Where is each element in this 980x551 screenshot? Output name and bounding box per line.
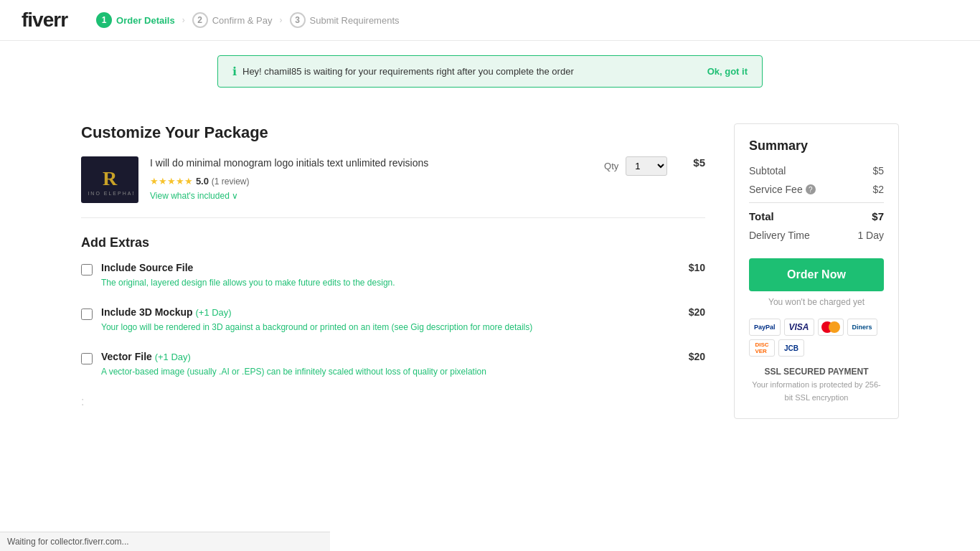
subtotal-label: Subtotal bbox=[749, 165, 786, 176]
product-image: R RHINO ELEPHANT bbox=[81, 156, 138, 203]
service-fee-label: Service Fee bbox=[749, 184, 803, 195]
banner-left: ℹ Hey! chamil85 is waiting for your requ… bbox=[232, 65, 574, 78]
summary-card: Summary Subtotal $5 Service Fee ? $2 Tot… bbox=[734, 123, 899, 419]
step-arrow-2: › bbox=[280, 15, 283, 25]
subtotal-value: $5 bbox=[872, 165, 884, 176]
page-title: Customize Your Package bbox=[81, 123, 705, 142]
order-now-button[interactable]: Order Now bbox=[749, 258, 884, 291]
extra-vector-details: Vector File (+1 Day) A vector-based imag… bbox=[101, 351, 680, 378]
summary-title: Summary bbox=[749, 138, 884, 154]
banner-cta[interactable]: Ok, got it bbox=[707, 66, 748, 77]
delivery-value: 1 Day bbox=[857, 230, 884, 241]
visa-icon: VISA bbox=[784, 319, 814, 336]
service-fee-label-wrapper: Service Fee ? bbox=[749, 184, 816, 195]
view-included-link[interactable]: View what's included ∨ bbox=[150, 191, 238, 201]
qty-select[interactable]: 1 2 3 bbox=[626, 156, 667, 176]
step-1-label: Order Details bbox=[116, 15, 175, 26]
service-fee-info-icon[interactable]: ? bbox=[806, 184, 816, 194]
content-area: Customize Your Package R RHINO ELEPHANT … bbox=[81, 102, 705, 437]
step-arrow-1: › bbox=[182, 15, 185, 25]
step-2-circle: 2 bbox=[192, 12, 208, 28]
product-rating: ★★★★★ 5.0 (1 review) bbox=[150, 175, 593, 187]
mc-right bbox=[829, 321, 840, 333]
product-stars: ★★★★★ bbox=[150, 176, 193, 187]
extra-mockup-tag: (+1 Day) bbox=[195, 307, 231, 318]
svg-text:RHINO ELEPHANT: RHINO ELEPHANT bbox=[87, 191, 133, 196]
product-info: I will do minimal monogram logo initials… bbox=[150, 156, 593, 201]
extras-title: Add Extras bbox=[81, 235, 705, 250]
main-container: Customize Your Package R RHINO ELEPHANT … bbox=[60, 102, 920, 437]
paypal-icon: PayPal bbox=[749, 319, 781, 336]
product-qty-wrapper: Qty 1 2 3 bbox=[604, 156, 667, 176]
step-1-circle: 1 bbox=[96, 12, 112, 28]
product-logo-svg: R RHINO ELEPHANT bbox=[87, 162, 133, 198]
extra-source-details: Include Source File The original, layere… bbox=[101, 262, 680, 289]
delivery-label: Delivery Time bbox=[749, 230, 810, 241]
extra-item-source: Include Source File The original, layere… bbox=[81, 262, 705, 289]
site-header: fiverr 1 Order Details › 2 Confirm & Pay… bbox=[0, 0, 980, 41]
extra-mockup-desc: Your logo will be rendered in 3D against… bbox=[101, 321, 680, 334]
total-label: Total bbox=[749, 210, 774, 222]
extra-mockup-details: Include 3D Mockup (+1 Day) Your logo wil… bbox=[101, 306, 680, 334]
mastercard-icon bbox=[818, 319, 844, 336]
product-title: I will do minimal monogram logo initials… bbox=[150, 156, 593, 171]
product-price: $5 bbox=[693, 156, 705, 169]
extra-source-checkbox[interactable] bbox=[81, 264, 93, 276]
diners-icon: Diners bbox=[847, 319, 877, 336]
sidebar: Summary Subtotal $5 Service Fee ? $2 Tot… bbox=[734, 102, 899, 437]
ssl-info: SSL SECURED PAYMENT Your information is … bbox=[749, 365, 884, 404]
info-banner: ℹ Hey! chamil85 is waiting for your requ… bbox=[217, 55, 763, 88]
product-rating-value: 5.0 bbox=[196, 176, 209, 187]
step-3-label: Submit Requirements bbox=[310, 15, 400, 26]
discover-icon: DISCVER bbox=[749, 339, 775, 357]
total-value: $7 bbox=[872, 210, 884, 222]
extra-vector-desc: A vector-based image (usually .AI or .EP… bbox=[101, 365, 680, 378]
info-icon: ℹ bbox=[232, 65, 237, 78]
qty-label: Qty bbox=[604, 161, 618, 171]
extra-source-desc: The original, layered design file allows… bbox=[101, 276, 680, 289]
service-fee-value: $2 bbox=[872, 184, 884, 195]
fiverr-logo: fiverr bbox=[22, 9, 67, 32]
jcb-icon: JCB bbox=[778, 339, 804, 357]
delivery-row: Delivery Time 1 Day bbox=[749, 230, 884, 241]
ssl-title: SSL SECURED PAYMENT bbox=[749, 365, 884, 379]
extra-mockup-checkbox[interactable] bbox=[81, 309, 93, 320]
subtotal-row: Subtotal $5 bbox=[749, 165, 884, 176]
extra-vector-name: Vector File (+1 Day) bbox=[101, 351, 680, 362]
steps-nav: 1 Order Details › 2 Confirm & Pay › 3 Su… bbox=[96, 12, 399, 28]
svg-text:R: R bbox=[102, 167, 117, 189]
total-row: Total $7 bbox=[749, 202, 884, 222]
step-3: 3 Submit Requirements bbox=[290, 12, 400, 28]
extra-vector-checkbox[interactable] bbox=[81, 353, 93, 364]
banner-message: Hey! chamil85 is waiting for your requir… bbox=[242, 66, 574, 77]
extra-mockup-price: $20 bbox=[689, 306, 705, 318]
step-2: 2 Confirm & Pay bbox=[192, 12, 273, 28]
extra-item-mockup: Include 3D Mockup (+1 Day) Your logo wil… bbox=[81, 306, 705, 334]
page-bottom-dot: : bbox=[81, 395, 705, 408]
product-review-count: (1 review) bbox=[212, 176, 250, 187]
no-charge-text: You won't be charged yet bbox=[749, 297, 884, 307]
extra-vector-tag: (+1 Day) bbox=[155, 352, 191, 362]
step-2-label: Confirm & Pay bbox=[212, 15, 273, 26]
ssl-desc: Your information is protected by 256-bit… bbox=[749, 379, 884, 404]
extra-source-price: $10 bbox=[689, 262, 705, 273]
extra-item-vector: Vector File (+1 Day) A vector-based imag… bbox=[81, 351, 705, 378]
service-fee-row: Service Fee ? $2 bbox=[749, 184, 884, 195]
payment-icons: PayPal VISA Diners DISCVER JCB bbox=[749, 319, 884, 357]
product-row: R RHINO ELEPHANT I will do minimal monog… bbox=[81, 156, 705, 218]
step-1: 1 Order Details bbox=[96, 12, 175, 28]
step-3-circle: 3 bbox=[290, 12, 306, 28]
extra-vector-price: $20 bbox=[689, 351, 705, 362]
extra-source-name: Include Source File bbox=[101, 262, 680, 273]
extra-mockup-name: Include 3D Mockup (+1 Day) bbox=[101, 306, 680, 318]
mc-circles bbox=[821, 321, 840, 333]
